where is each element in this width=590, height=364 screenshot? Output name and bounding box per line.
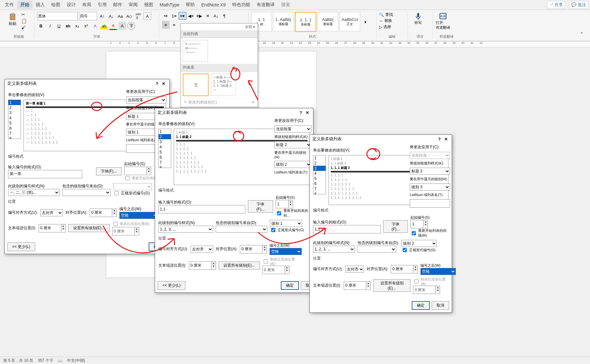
shrink-font-icon[interactable]: A↓ — [107, 12, 115, 20]
dlg3-ok-btn[interactable]: 确定 — [412, 301, 430, 310]
dlg3-follow-select[interactable]: 空格 — [420, 268, 456, 275]
sort-icon[interactable]: A↓ — [212, 12, 220, 20]
menu-tab-review[interactable]: 审阅 — [125, 1, 141, 9]
status-words[interactable]: 357 个字 — [38, 358, 53, 363]
decrease-indent-icon[interactable]: ◀≡ — [187, 12, 195, 20]
change-case-icon[interactable]: Aa — [116, 12, 124, 20]
dlg2-include-select[interactable] — [216, 226, 267, 233]
dictation-button[interactable]: 听写 — [410, 12, 426, 25]
dlg2-legal-check[interactable] — [271, 228, 275, 232]
dlg2-format-input[interactable] — [158, 205, 245, 213]
char-border-icon[interactable]: A — [143, 12, 151, 20]
menu-tab-help[interactable]: 帮助 — [182, 1, 198, 9]
dlg3-link-select[interactable]: 标题 3 — [410, 168, 450, 175]
dialog1-help[interactable]: ? — [154, 81, 160, 86]
bold-icon[interactable]: B — [37, 22, 45, 30]
dlg1-setall-btn[interactable]: 设置所有级别(E)... — [68, 224, 110, 232]
dlg3-restart-level[interactable]: 级别 2 — [401, 240, 437, 247]
select-button[interactable]: ▷ 选择 — [379, 24, 405, 30]
menu-tab-mailings[interactable]: 邮件 — [110, 1, 125, 9]
asian-layout-icon[interactable]: ✕ — [204, 12, 211, 20]
dlg1-follow-select[interactable]: 空格 — [119, 212, 158, 219]
dialog2-close[interactable]: ✕ — [304, 110, 310, 115]
menu-tab-draw[interactable]: 绘图 — [48, 1, 64, 9]
multilevel-list-icon[interactable]: ≡▾ — [179, 12, 186, 20]
style-5[interactable]: AaBbCcI正文 — [339, 12, 360, 31]
dlg3-cancel-btn[interactable]: 取消 — [432, 301, 449, 310]
menu-tab-endnote[interactable]: EndNote X9 — [198, 1, 229, 9]
font-size-combo[interactable] — [79, 12, 97, 20]
comments-button[interactable]: 💬 批注 — [569, 1, 588, 9]
dlg2-apply-select[interactable]: 当前段落 — [274, 125, 311, 133]
menu-tab-references[interactable]: 引用 — [94, 1, 110, 9]
horizontal-ruler[interactable]: 1234567891011121314151617181920212223242… — [0, 41, 590, 47]
dlg1-start-input[interactable] — [124, 167, 147, 175]
underline-icon[interactable]: U — [55, 22, 63, 30]
dlg1-tab-check[interactable] — [113, 222, 118, 226]
dropdown-all-link[interactable]: 全部 ▾ — [181, 24, 258, 30]
dlg3-font-btn[interactable]: 字体(F)... — [383, 220, 408, 233]
align-left-icon[interactable]: ≡ — [162, 21, 170, 29]
dlg2-less-btn[interactable]: << 更少(L) — [158, 281, 185, 290]
replace-button[interactable]: ↔ 替换 — [379, 18, 405, 24]
cut-icon[interactable]: ✂ — [21, 12, 27, 17]
collapse-ribbon-icon[interactable]: ⌃ — [578, 30, 585, 38]
dlg1-restart-check[interactable] — [125, 176, 130, 180]
find-button[interactable]: 🔍 查找 — [379, 12, 405, 17]
menu-tab-design[interactable]: 设计 — [64, 1, 79, 9]
dlg3-alignpos-input[interactable] — [391, 265, 413, 273]
style-2[interactable]: 1. AaBb(项标题 — [273, 12, 294, 31]
paste-button[interactable]: 粘贴 — [6, 12, 19, 27]
dialog3-help[interactable]: ? — [436, 137, 443, 142]
dlg3-setall-btn[interactable]: 设置所有级别(E)... — [373, 279, 411, 292]
dlg2-follow-select[interactable]: 空格 — [270, 248, 302, 255]
dlg1-indent-input[interactable] — [39, 224, 61, 232]
menu-tab-mathtype[interactable]: MathType — [156, 1, 182, 9]
clear-format-icon[interactable]: A◇ — [125, 12, 133, 20]
char-shading-icon[interactable]: A — [118, 22, 126, 30]
dlg2-restart-check[interactable] — [277, 211, 281, 215]
menu-tab-file[interactable]: 文件 — [2, 1, 17, 9]
phonetic-icon[interactable]: wén文 — [134, 12, 142, 20]
dlg2-font-btn[interactable]: 字体(F)... — [248, 200, 273, 213]
style-3[interactable]: 1. 1. 1条标题 — [295, 12, 316, 32]
menu-tab-features[interactable]: 特色功能 — [229, 1, 253, 9]
dlg3-legal-check[interactable] — [403, 248, 407, 252]
youdao-button[interactable]: A译 打开 有道翻译 — [435, 12, 451, 30]
subscript-icon[interactable]: x₂ — [73, 22, 81, 30]
menu-tab-youdao[interactable]: 有道翻译 — [253, 1, 278, 9]
italic-icon[interactable]: I — [46, 22, 54, 30]
enclose-char-icon[interactable]: 字 — [127, 22, 135, 30]
dlg1-include-select[interactable] — [62, 189, 111, 196]
style-4[interactable]: AaBb(章标题 — [318, 12, 338, 31]
dlg2-indent-input[interactable] — [189, 261, 211, 270]
menu-tab-view[interactable]: 视图 — [141, 1, 156, 9]
dlg2-gallery-select[interactable]: 级别 2 — [274, 161, 311, 168]
current-list-preview[interactable]: 1.————a)——— i.—— — [183, 40, 208, 62]
text-effects-icon[interactable]: A — [91, 22, 99, 30]
status-language[interactable]: 中文(中国) — [67, 358, 85, 363]
dlg3-tab-check[interactable] — [414, 279, 418, 283]
menu-tab-layout[interactable]: 布局 — [79, 1, 94, 9]
dlg2-align-select[interactable]: 左对齐 — [191, 246, 213, 253]
dlg2-tab-check[interactable] — [264, 259, 268, 263]
style-gallery[interactable]: 1. 11. 款、 1. AaBb(项标题 1. 1. 1条标题 AaBb(章标… — [251, 12, 374, 32]
status-page[interactable]: 第 5 页，共 10 页 — [3, 358, 33, 363]
menu-search[interactable]: 搜索 — [278, 1, 293, 9]
dlg2-alignpos-input[interactable] — [240, 245, 262, 253]
show-marks-icon[interactable]: ¶ — [221, 12, 228, 20]
dlg2-numstyle-select[interactable]: 1, 2, 3, ... — [158, 226, 213, 233]
superscript-icon[interactable]: x² — [82, 22, 90, 30]
dlg1-legal-check[interactable] — [114, 191, 119, 195]
dlg3-numstyle-select[interactable]: 1, 2, 3, ... — [313, 246, 355, 253]
dialog3-close[interactable]: ✕ — [443, 137, 449, 142]
dlg2-levels-list[interactable]: 123456789 — [158, 129, 171, 168]
align-center-icon[interactable]: ≡ — [170, 21, 178, 29]
format-painter-icon[interactable]: 🖌 — [21, 25, 27, 30]
highlight-icon[interactable]: ab — [100, 22, 108, 30]
dlg2-link-select[interactable]: 标题 2 — [274, 141, 311, 148]
dlg2-cancel-btn[interactable]: 取 — [301, 281, 310, 290]
dialog1-close[interactable]: ✕ — [160, 81, 167, 86]
dlg1-numstyle-select[interactable]: 一, 二, 三 (简)... — [8, 189, 60, 196]
menu-tab-insert[interactable]: 插入 — [33, 1, 48, 9]
